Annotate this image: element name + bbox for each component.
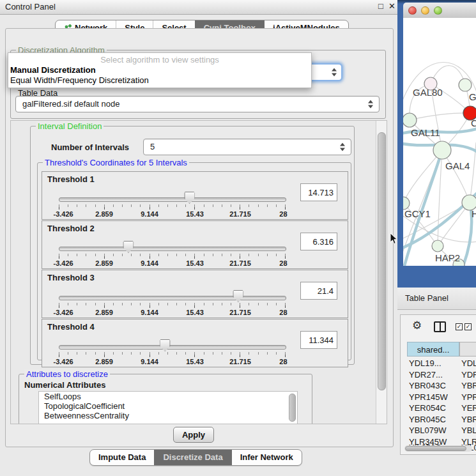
column-header-name[interactable]: n [459, 342, 476, 357]
node-gal4[interactable] [433, 141, 451, 159]
table-panel-title: Table Panel [405, 293, 449, 303]
slider-scale: -3.426 2.859 9.144 15.43 21.715 28 [59, 210, 286, 218]
tab-discretize-data[interactable]: Discretize Data [154, 450, 231, 465]
list-item[interactable]: SelfLoops [39, 392, 297, 401]
slider-thumb[interactable] [160, 339, 171, 351]
table-row[interactable]: YER054CYER0 [401, 403, 476, 414]
checkbox-icon[interactable]: ✓ [464, 323, 472, 330]
node-partial-top[interactable] [459, 79, 472, 91]
table-row[interactable]: YPR145WYPR1 [401, 392, 476, 403]
gear-icon[interactable]: ⚙ [412, 319, 422, 332]
settings-scrollbar[interactable] [376, 121, 387, 424]
threshold-3-value-input[interactable]: 21.4 [300, 282, 337, 300]
scale-label: -3.426 [53, 358, 73, 365]
threshold-1-value-input[interactable]: 14.713 [300, 183, 337, 201]
slider-thumb[interactable] [233, 290, 243, 302]
node-label: GAL4 [445, 160, 470, 171]
scale-label: 15.43 [186, 358, 204, 365]
table-row[interactable]: YDR27...YDR2 [401, 369, 476, 381]
scale-label: 9.144 [141, 309, 158, 316]
slider-thumb[interactable] [184, 192, 195, 204]
scale-label: 21.715 [229, 210, 251, 218]
threshold-4-label: Threshold 4 [47, 322, 95, 332]
table-row[interactable]: YBL079WYBL0 [401, 425, 476, 436]
list-item[interactable]: TopologicalCoefficient [39, 401, 297, 411]
combo-stepper-icon[interactable] [332, 68, 337, 77]
control-panel: Control Panel □ ✕ Network Style Select C… [0, 0, 397, 476]
cell: YER054C [409, 403, 446, 414]
slider-ticks [59, 204, 286, 210]
scale-label: -3.426 [53, 259, 73, 267]
slider-thumb[interactable] [123, 241, 134, 253]
menu-item-equal-width-frequency[interactable]: Equal Width/Frequency Discretization [10, 75, 149, 85]
cell: YDR27... [409, 369, 443, 381]
cell: YER0 [461, 403, 476, 414]
table-row[interactable]: YBR043CYBR0 [401, 380, 476, 392]
close-icon[interactable]: ✕ [388, 1, 395, 11]
table-horizontal-scrollbar-thumb[interactable] [405, 446, 466, 451]
tab-label: Infer Network [240, 450, 293, 465]
cell: YBR0 [461, 380, 476, 392]
scale-label: 21.715 [229, 358, 251, 365]
numerical-attributes-list[interactable]: SelfLoops TopologicalCoefficient Between… [38, 391, 298, 424]
tab-impute-data[interactable]: Impute Data [90, 450, 154, 465]
threshold-2-slider[interactable]: -3.426 2.859 9.144 15.43 21.715 28 [58, 240, 286, 267]
threshold-coordinates-group: Threshold's Coordinates for 5 Intervals … [37, 162, 351, 360]
scale-label: 28 [279, 358, 287, 365]
number-of-intervals-label: Number of Intervals [51, 142, 129, 152]
node-gal11[interactable] [403, 113, 417, 127]
bottom-tabbar: Impute Data Discretize Data Infer Networ… [89, 449, 302, 466]
minimize-traffic-light[interactable] [421, 6, 429, 15]
combo-stepper-icon[interactable] [368, 100, 373, 109]
float-window-icon[interactable]: □ [378, 1, 383, 11]
control-panel-titlebar: Control Panel □ ✕ [0, 0, 397, 15]
algorithm-placeholder: Select algorithm to view settings [8, 55, 311, 65]
table-row[interactable]: YDL19...YDL1 [401, 358, 476, 369]
slider-track[interactable] [59, 345, 286, 349]
zoom-traffic-light[interactable] [434, 6, 442, 15]
scale-label: 15.43 [186, 309, 204, 316]
node-hap2[interactable] [432, 240, 443, 252]
threshold-2-value-input[interactable]: 6.316 [300, 233, 337, 250]
network-canvas[interactable]: GAL80 GA C GAL11 GAL4 GCY1 H HAP2 [403, 18, 476, 266]
table-data-value: galFiltered.sif default node [22, 96, 119, 112]
split-columns-icon[interactable] [434, 321, 446, 332]
panel-title: Control Panel [5, 2, 56, 12]
slider-ticks [59, 303, 286, 308]
node-label: C [471, 118, 476, 128]
cell: YPR1 [461, 392, 476, 403]
table-row[interactable]: YBR045CYBR0 [401, 414, 476, 426]
list-scrollbar[interactable] [289, 394, 296, 422]
slider-track[interactable] [59, 197, 286, 202]
checkbox-icon[interactable]: ✓ [456, 323, 463, 330]
column-header-shared-name[interactable]: shared... [407, 342, 459, 357]
apply-button[interactable]: Apply [173, 427, 214, 443]
combo-stepper-icon[interactable] [340, 143, 345, 151]
cell: YDL1 [461, 358, 476, 369]
number-of-intervals-value: 5 [150, 139, 155, 155]
cell: YBR045C [409, 414, 446, 426]
algorithm-dropdown-popup: Select algorithm to view settings Manual… [8, 52, 312, 88]
scale-label: 21.715 [229, 309, 251, 316]
menu-item-manual-discretization[interactable]: Manual Discretization [10, 65, 96, 75]
table-horizontal-scrollbar[interactable] [404, 445, 472, 452]
threshold-1-slider[interactable]: -3.426 2.859 9.144 15.43 21.715 28 [58, 191, 286, 218]
table-data-combobox[interactable]: galFiltered.sif default node [15, 96, 380, 112]
threshold-coordinates-title: Threshold's Coordinates for 5 Intervals [43, 158, 189, 167]
scale-label: 28 [279, 210, 287, 218]
threshold-2-label: Threshold 2 [47, 224, 95, 233]
node-gcy1[interactable] [403, 197, 410, 210]
scale-label: 2.859 [95, 309, 113, 316]
node-label: GAL11 [411, 127, 440, 138]
threshold-4-slider[interactable]: -3.426 2.859 9.144 15.43 21.715 28 [58, 339, 286, 365]
settings-scrollbar-thumb[interactable] [378, 132, 386, 390]
slider-track[interactable] [59, 247, 286, 251]
list-item[interactable]: BetweennessCentrality [39, 411, 297, 420]
close-traffic-light[interactable] [408, 6, 417, 15]
network-window-titlebar[interactable] [403, 3, 476, 19]
number-of-intervals-combobox[interactable]: 5 [143, 139, 351, 155]
tab-infer-network[interactable]: Infer Network [231, 450, 302, 465]
threshold-4-value-input[interactable]: 11.344 [300, 331, 337, 349]
threshold-3-slider[interactable]: -3.426 2.859 9.144 15.43 21.715 28 [58, 289, 286, 316]
slider-track[interactable] [59, 296, 286, 300]
